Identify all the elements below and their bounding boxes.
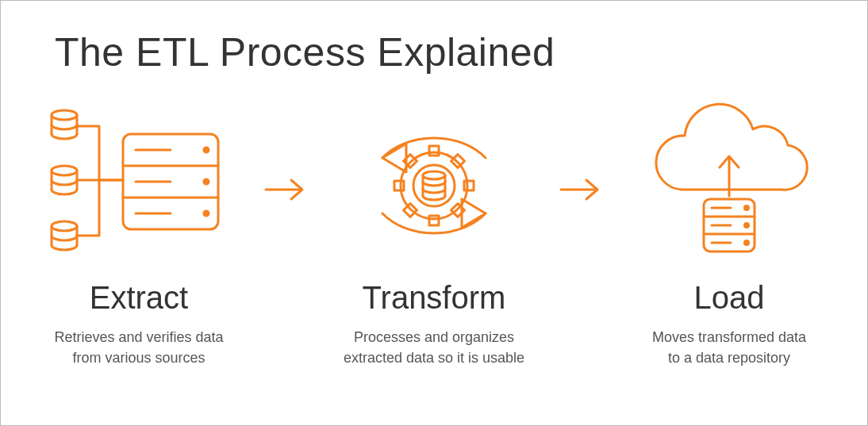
steps-row: Extract Retrieves and verifies data from… [39, 94, 829, 368]
step-load: Load Moves transformed data to a data re… [634, 94, 824, 368]
transform-icon [339, 94, 529, 277]
step-description: Moves transformed data to a data reposit… [652, 327, 806, 368]
svg-point-0 [52, 110, 77, 120]
extract-icon [44, 94, 234, 277]
svg-rect-17 [429, 216, 439, 225]
step-title: Extract [90, 280, 188, 316]
svg-point-36 [745, 241, 749, 245]
svg-point-11 [204, 211, 209, 216]
svg-point-2 [52, 221, 77, 231]
arrow-icon [556, 174, 607, 209]
step-description: Retrieves and verifies data from various… [54, 327, 223, 368]
load-icon [634, 94, 824, 277]
svg-rect-18 [394, 181, 404, 190]
step-extract: Extract Retrieves and verifies data from… [44, 94, 234, 368]
svg-point-9 [204, 179, 209, 184]
step-title: Load [694, 280, 765, 316]
svg-point-34 [745, 224, 749, 228]
svg-rect-19 [464, 181, 474, 190]
svg-point-32 [745, 206, 749, 210]
svg-rect-16 [429, 146, 439, 155]
step-title: Transform [363, 280, 506, 316]
step-description: Processes and organizes extracted data s… [344, 327, 524, 368]
step-transform: Transform Processes and organizes extrac… [339, 94, 529, 368]
diagram-title: The ETL Process Explained [55, 29, 829, 75]
svg-point-7 [204, 148, 209, 152]
diagram-frame: The ETL Process Explained [0, 0, 868, 426]
svg-point-1 [52, 166, 77, 175]
arrow-icon [261, 174, 312, 209]
